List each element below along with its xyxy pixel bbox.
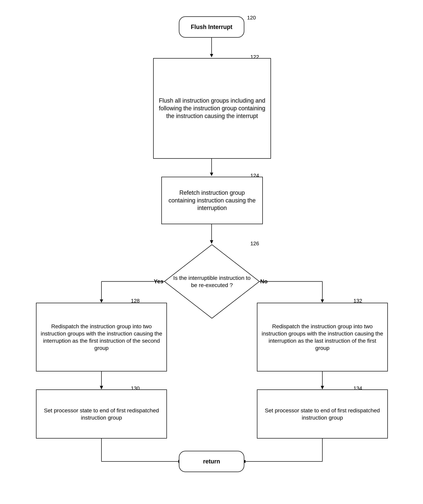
step122-node: Flush all instruction groups including a… [153, 58, 271, 159]
flowchart-diagram: Flush Interrupt 120 122 Flush all instru… [0, 0, 423, 504]
svg-marker-13 [100, 386, 103, 390]
svg-marker-1 [210, 54, 213, 57]
step134-node: Set processor state to end of first redi… [257, 390, 388, 438]
start-label: Flush Interrupt [191, 24, 232, 30]
svg-marker-5 [210, 240, 213, 244]
svg-marker-3 [210, 173, 213, 176]
step134-label: Set processor state to end of first redi… [261, 407, 384, 421]
end-node: return [179, 451, 244, 472]
step124-node: Refetch instruction group containing ins… [161, 177, 263, 224]
step132-node: Redispatch the instruction group into tw… [257, 303, 388, 372]
step126-label: Is the interruptible instruction to be r… [170, 274, 254, 289]
step128-node: Redispatch the instruction group into tw… [36, 303, 167, 372]
step126-label-inner: Is the interruptible instruction to be r… [164, 244, 260, 319]
step124-label: Refetch instruction group containing ins… [165, 189, 259, 212]
step122-label: Flush all instruction groups including a… [157, 97, 267, 120]
step132-label: Redispatch the instruction group into tw… [261, 323, 384, 352]
yes-label: Yes [154, 278, 163, 285]
svg-marker-15 [321, 386, 324, 390]
end-label: return [203, 458, 220, 465]
no-label: No [260, 278, 267, 285]
start-node: Flush Interrupt [179, 16, 244, 38]
step128-label: Redispatch the instruction group into tw… [40, 323, 163, 352]
start-id: 120 [247, 15, 256, 21]
step126-node: Is the interruptible instruction to be r… [164, 244, 260, 319]
step130-label: Set processor state to end of first redi… [40, 407, 163, 421]
step130-node: Set processor state to end of first redi… [36, 390, 167, 438]
svg-marker-11 [321, 300, 324, 303]
svg-marker-8 [100, 300, 103, 303]
